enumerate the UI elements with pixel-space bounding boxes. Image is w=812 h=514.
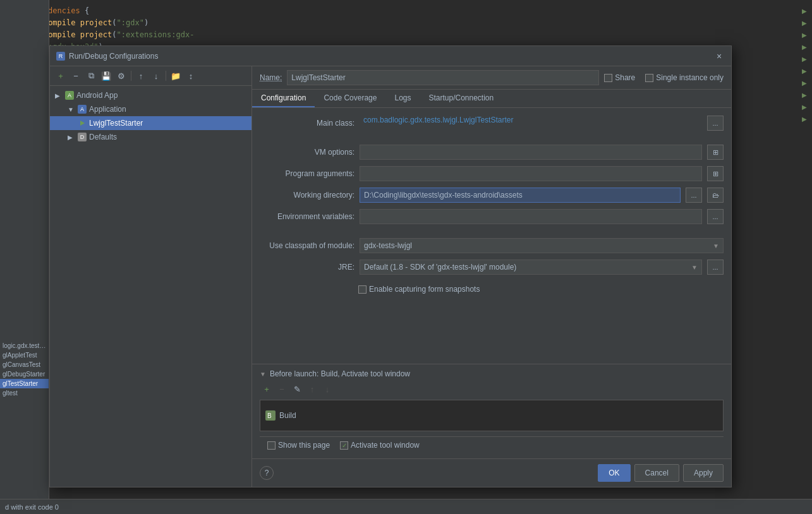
- jre-label: JRE:: [260, 263, 354, 272]
- tree-item-application[interactable]: ▼ A Application: [50, 102, 251, 116]
- tree-item-lwjgl-selected[interactable]: LwjglTestStarter: [50, 116, 251, 130]
- dialog-overlay: R Run/Debug Configurations × + − ⧉ 💾 ⚙ ↑…: [0, 0, 812, 514]
- single-instance-checkbox[interactable]: [645, 74, 653, 82]
- working-dir-row: Working directory: ... 🗁: [260, 188, 724, 203]
- jre-row: JRE: Default (1.8 - SDK of 'gdx-tests-lw…: [260, 260, 724, 275]
- tree-label-defaults: Defaults: [89, 133, 117, 141]
- tree-up-button[interactable]: ↑: [134, 69, 148, 83]
- tree-down-button[interactable]: ↓: [149, 69, 163, 83]
- working-dir-input[interactable]: [360, 188, 681, 203]
- tree-label-android-app: Android App: [76, 91, 118, 100]
- env-vars-input[interactable]: [360, 209, 702, 224]
- tree-panel: + − ⧉ 💾 ⚙ ↑ ↓ 📁 ↕ ▶ A: [50, 66, 252, 487]
- show-page-checkbox[interactable]: [267, 441, 276, 450]
- tree-copy-button[interactable]: ⧉: [84, 69, 98, 83]
- share-text: Share: [615, 73, 635, 82]
- tree-content: ▶ A Android App ▼ A Application: [50, 86, 251, 487]
- env-vars-browse-button[interactable]: ...: [707, 209, 724, 224]
- tabs-bar: Configuration Code Coverage Logs Startup…: [252, 90, 731, 108]
- build-icon: B: [265, 410, 276, 421]
- bottom-options: Show this page Activate tool window: [260, 436, 724, 453]
- config-content: Main class: com.badlogic.gdx.tests.lwjgl…: [252, 108, 731, 364]
- before-launch-section: ▼ Before launch: Build, Activate tool wi…: [252, 364, 731, 458]
- tree-toolbar: + − ⧉ 💾 ⚙ ↑ ↓ 📁 ↕: [50, 66, 251, 86]
- tree-item-android-app[interactable]: ▶ A Android App: [50, 88, 251, 102]
- show-page-label[interactable]: Show this page: [267, 441, 330, 450]
- dialog-title-text: Run/Debug Configurations: [69, 52, 158, 61]
- vm-options-expand-button[interactable]: ⊞: [707, 145, 724, 160]
- vm-options-input[interactable]: [360, 145, 702, 160]
- env-vars-label: Environment variables:: [260, 212, 354, 221]
- vm-options-label: VM options:: [260, 148, 354, 157]
- config-panel: Name: Share Single instance only: [252, 66, 731, 487]
- help-button[interactable]: ?: [260, 466, 274, 480]
- tree-gear-button[interactable]: ⚙: [114, 69, 128, 83]
- classpath-label: Use classpath of module:: [260, 241, 354, 250]
- tab-logs[interactable]: Logs: [385, 90, 420, 107]
- classpath-dropdown-value: gdx-tests-lwjgl: [364, 241, 412, 250]
- classpath-dropdown-arrow: ▼: [713, 242, 719, 249]
- run-config-icon: [78, 119, 87, 128]
- before-launch-up-button[interactable]: ↑: [305, 382, 319, 396]
- before-launch-list: B Build: [260, 400, 724, 431]
- share-area: Share Single instance only: [604, 73, 724, 82]
- separator-2: [260, 230, 724, 238]
- jre-browse-button[interactable]: ...: [707, 260, 724, 275]
- separator-1: [260, 137, 724, 145]
- activate-tool-checkbox[interactable]: [340, 441, 348, 450]
- tree-label-lwjgl: LwjglTestStarter: [89, 119, 143, 128]
- activate-tool-label[interactable]: Activate tool window: [340, 441, 420, 450]
- jre-dropdown[interactable]: Default (1.8 - SDK of 'gdx-tests-lwjgl' …: [360, 260, 702, 275]
- tree-save-button[interactable]: 💾: [99, 69, 113, 83]
- enable-capture-checkbox[interactable]: [358, 285, 367, 294]
- enable-capture-text: Enable capturing form snapshots: [369, 285, 480, 294]
- name-input[interactable]: [287, 70, 599, 85]
- before-launch-edit-button[interactable]: ✎: [290, 382, 304, 396]
- program-args-expand-button[interactable]: ⊞: [707, 166, 724, 181]
- jre-dropdown-value: Default (1.8 - SDK of 'gdx-tests-lwjgl' …: [364, 263, 516, 272]
- svg-text:B: B: [267, 412, 272, 419]
- tree-item-defaults[interactable]: ▶ D Defaults: [50, 130, 251, 144]
- classpath-row: Use classpath of module: gdx-tests-lwjgl…: [260, 238, 724, 253]
- main-class-label: Main class:: [260, 119, 354, 128]
- before-launch-header: ▼ Before launch: Build, Activate tool wi…: [260, 369, 724, 378]
- before-launch-expand-icon[interactable]: ▼: [260, 371, 266, 378]
- tree-remove-button[interactable]: −: [69, 69, 83, 83]
- dialog-title-icon: R: [56, 52, 65, 61]
- tree-sort-button[interactable]: ↕: [184, 69, 198, 83]
- working-dir-folder-button[interactable]: 🗁: [707, 188, 724, 203]
- tab-configuration[interactable]: Configuration: [252, 90, 315, 107]
- tab-startup-connection[interactable]: Startup/Connection: [420, 90, 502, 107]
- enable-capture-label[interactable]: Enable capturing form snapshots: [358, 285, 480, 294]
- program-args-label: Program arguments:: [260, 169, 354, 178]
- before-launch-down-button[interactable]: ↓: [320, 382, 334, 396]
- before-launch-add-button[interactable]: +: [260, 382, 274, 396]
- working-dir-label: Working directory:: [260, 191, 354, 200]
- tree-arrow-android: ▶: [55, 92, 63, 99]
- activate-tool-text: Activate tool window: [351, 441, 420, 450]
- program-args-input[interactable]: [360, 166, 702, 181]
- android-icon: A: [65, 91, 74, 100]
- apply-button[interactable]: Apply: [683, 464, 724, 482]
- before-launch-toolbar: + − ✎ ↑ ↓: [260, 382, 724, 396]
- tree-divider-2: [166, 71, 166, 81]
- cancel-button[interactable]: Cancel: [634, 464, 679, 482]
- main-class-value[interactable]: com.badlogic.gdx.tests.lwjgl.LwjglTestSt…: [360, 116, 702, 131]
- working-dir-browse-button[interactable]: ...: [686, 188, 702, 203]
- vm-options-row: VM options: ⊞: [260, 145, 724, 160]
- single-instance-checkbox-label[interactable]: Single instance only: [645, 73, 724, 82]
- main-class-browse-button[interactable]: ...: [707, 116, 724, 131]
- tab-code-coverage[interactable]: Code Coverage: [315, 90, 385, 107]
- tree-arrow-defaults: ▶: [68, 134, 75, 141]
- ok-button[interactable]: OK: [598, 464, 630, 482]
- before-launch-remove-button[interactable]: −: [275, 382, 289, 396]
- dialog-close-button[interactable]: ×: [713, 51, 725, 62]
- tree-label-application: Application: [89, 105, 126, 114]
- tree-folder-button[interactable]: 📁: [169, 69, 183, 83]
- tree-add-button[interactable]: +: [54, 69, 68, 83]
- footer-buttons: OK Cancel Apply: [598, 464, 724, 482]
- share-checkbox[interactable]: [604, 74, 612, 82]
- share-checkbox-label[interactable]: Share: [604, 73, 635, 82]
- app-icon: A: [78, 105, 87, 114]
- classpath-dropdown[interactable]: gdx-tests-lwjgl ▼: [360, 238, 724, 253]
